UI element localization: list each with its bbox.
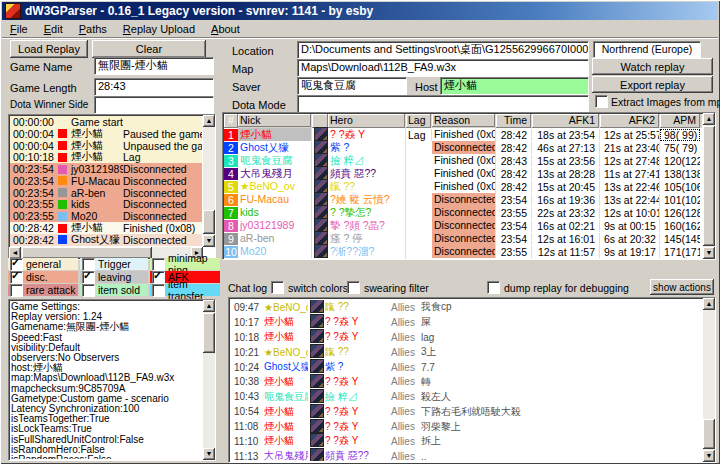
chat-scrollbar[interactable]: ▲ ▼	[703, 298, 715, 462]
menu-item[interactable]: About	[203, 21, 248, 37]
swearing-filter-checkbox[interactable]	[347, 281, 360, 294]
watch-replay-button[interactable]: Watch replay	[592, 58, 713, 75]
event-filter[interactable]: rare attack	[8, 284, 78, 296]
game-settings-lines: Game Settings:Replay version: 1.24Gamena…	[11, 302, 202, 459]
scroll-up-button[interactable]: ▲	[703, 113, 715, 125]
player-row[interactable]: 5 ★BeNO_ov 靝 ?? Finished (0x08) 28:42 15…	[224, 180, 702, 193]
player-row[interactable]: 8 jy03121989 摯 ?頻 ?晶? Disconnected 23:54…	[224, 219, 702, 232]
scroll-down-button[interactable]: ▼	[703, 450, 715, 462]
chat-log[interactable]: 09:47 ★BeNO_ov 靝 ?? Allies 我食cp 10:17 煙小…	[228, 297, 716, 463]
col-header-afk1[interactable]: AFK1	[532, 114, 600, 128]
scrollbar-thumb[interactable]	[703, 419, 715, 449]
col-header-apm[interactable]: APM	[660, 114, 700, 128]
switch-colors-checkbox[interactable]	[271, 281, 284, 294]
game-length-field[interactable]: 28:43	[94, 78, 214, 96]
scrollbar-thumb[interactable]	[203, 313, 215, 353]
extract-images-checkbox[interactable]	[595, 95, 608, 108]
afk1-cell: 15s at 23:56	[532, 155, 600, 167]
reason-cell: Finished (0x0B)	[432, 154, 496, 167]
col-header-reason[interactable]: Reason	[432, 114, 496, 127]
scroll-down-button[interactable]: ▼	[203, 448, 215, 460]
chat-team: Allies	[391, 406, 421, 417]
player-row[interactable]: 1 煙小貓 ? ?猋 Y Lag Finished (0x08) 28:42 1…	[224, 128, 702, 141]
hero-name: ?嬈 豵 云憤?	[328, 193, 406, 207]
dump-replay-checkbox[interactable]	[487, 281, 500, 294]
col-header-lag[interactable]: Lag	[406, 114, 432, 128]
settings-scrollbar[interactable]: ▲ ▼	[203, 300, 215, 460]
time-cell: 28:42	[496, 142, 532, 154]
game-name-field[interactable]: 無限團-煙小貓	[94, 57, 214, 75]
afk2-cell: 9s at 00:15	[600, 220, 660, 232]
title-bar[interactable]: dW3GParser - 0.16_1 Legacy version - svn…	[2, 2, 718, 20]
game-settings-panel[interactable]: Game Settings:Replay version: 1.24Gamena…	[8, 299, 216, 461]
scroll-up-button[interactable]: ▲	[203, 115, 215, 127]
menu-item[interactable]: Replay Upload	[115, 21, 203, 37]
event-row[interactable]: 00:23:54 FU-Macau Disconnected	[10, 175, 202, 187]
event-filter[interactable]: item transfer	[150, 284, 220, 296]
filter-label: leaving	[98, 271, 131, 283]
checkbox[interactable]	[10, 271, 23, 284]
saver-field[interactable]: 呃鬼食豆腐	[297, 77, 407, 95]
hero-name: 靝 ??	[328, 180, 406, 194]
event-row[interactable]: 00:10:18 煙小貓 Lag	[10, 151, 202, 163]
events-list[interactable]: 00:00:00 Game starting 00:00:04 煙小貓 Paus…	[8, 114, 216, 260]
player-row[interactable]: 9 aR-ben 瘙 ? 停 Disconnected 23:54 12s at…	[224, 232, 702, 245]
chat-time: 11:10	[230, 436, 264, 447]
col-header-num[interactable]: #	[224, 114, 238, 128]
col-header-nick[interactable]: Nick	[238, 114, 312, 127]
watch-replay-label: Watch replay	[621, 61, 685, 73]
realm-field[interactable]: Northrend (Europe)	[593, 41, 701, 58]
afk1-cell: 15s at 20:45	[532, 181, 600, 193]
player-color-swatch	[58, 224, 67, 233]
chat-team: Allies	[391, 302, 421, 313]
menu-item[interactable]: Paths	[71, 21, 115, 37]
chat-row: 10:24 Ghost乂獴 紫 ? Allies 7.7	[230, 360, 702, 375]
scrollbar-thumb[interactable]	[203, 210, 215, 234]
scroll-up-button[interactable]: ▲	[203, 300, 215, 312]
event-player: kids	[71, 198, 123, 210]
event-row[interactable]: 00:28:42 Ghost乂獴 Disconnected	[10, 234, 202, 246]
col-header-hero[interactable]: Hero	[328, 114, 406, 128]
dota-winner-field[interactable]	[94, 96, 214, 114]
checkbox[interactable]	[152, 271, 165, 284]
scrollbar-thumb[interactable]	[703, 126, 715, 246]
checkbox[interactable]	[82, 284, 95, 297]
export-replay-button[interactable]: Export replay	[592, 76, 713, 93]
events-scrollbar-vertical[interactable]: ▲ ▼	[203, 115, 215, 247]
scroll-down-button[interactable]: ▼	[703, 247, 715, 259]
clear-button[interactable]: Clear	[92, 40, 206, 58]
col-header-time[interactable]: Time	[496, 114, 532, 128]
checkbox[interactable]	[152, 284, 165, 297]
player-row[interactable]: 4 大吊鬼殘月 頻賁 惡?? Finished (0x08) 28:42 13s…	[224, 167, 702, 180]
player-row[interactable]: 6 FU-Macau ?嬈 豵 云憤? Disconnected 23:54 1…	[224, 193, 702, 206]
event-time: 00:00:00	[10, 116, 58, 128]
table-scrollbar[interactable]: ▲ ▼	[703, 113, 715, 259]
location-field[interactable]: D:\Documents and Settings\root\桌面\G12556…	[297, 41, 589, 59]
checkbox[interactable]	[82, 271, 95, 284]
dota-mode-field[interactable]	[297, 95, 589, 113]
event-row[interactable]: 00:23:54 jy03121989 Disconnected	[10, 163, 202, 175]
host-field[interactable]: 煙小貓	[440, 77, 589, 95]
event-row[interactable]: 00:23:54 aR-ben Disconnected	[10, 187, 202, 199]
player-row[interactable]: 7 kids ? ?摯怎? Disconnected 23:55 22s at …	[224, 206, 702, 219]
scroll-up-button[interactable]: ▲	[703, 298, 715, 310]
player-row[interactable]: 2 Ghost乂獴 紫 ? Disconnected 28:42 46s at …	[224, 141, 702, 154]
map-field[interactable]: Maps\Download\112B_FA9.w3x	[297, 59, 589, 77]
event-filter[interactable]: leaving	[80, 271, 148, 283]
scroll-down-button[interactable]: ▼	[203, 235, 215, 247]
dota-winner-label: Dota Winner Side	[10, 99, 88, 110]
event-filter[interactable]: item sold	[80, 284, 148, 296]
player-color-swatch	[58, 165, 67, 174]
afk2-cell: 6s at 20:32	[600, 233, 660, 245]
col-header-afk2[interactable]: AFK2	[600, 114, 660, 128]
afk2-cell: 13s at 22:46	[600, 181, 660, 193]
player-row[interactable]: 10 Mo20 ?渐??溜? Disconnected 23:55 12s at…	[224, 245, 702, 258]
checkbox[interactable]	[10, 284, 23, 297]
menu-item[interactable]: File	[2, 21, 36, 37]
player-row[interactable]: 3 呃鬼食豆腐 撿 粹⊿ Finished (0x0B) 28:43 15s a…	[224, 154, 702, 167]
load-replay-button[interactable]: Load Replay	[10, 40, 88, 58]
event-row[interactable]: 00:23:55 kids Disconnected	[10, 199, 202, 211]
event-filter[interactable]: disc.	[8, 271, 78, 283]
chat-log-label: Chat log	[228, 282, 267, 294]
menu-item[interactable]: Edit	[36, 21, 71, 37]
